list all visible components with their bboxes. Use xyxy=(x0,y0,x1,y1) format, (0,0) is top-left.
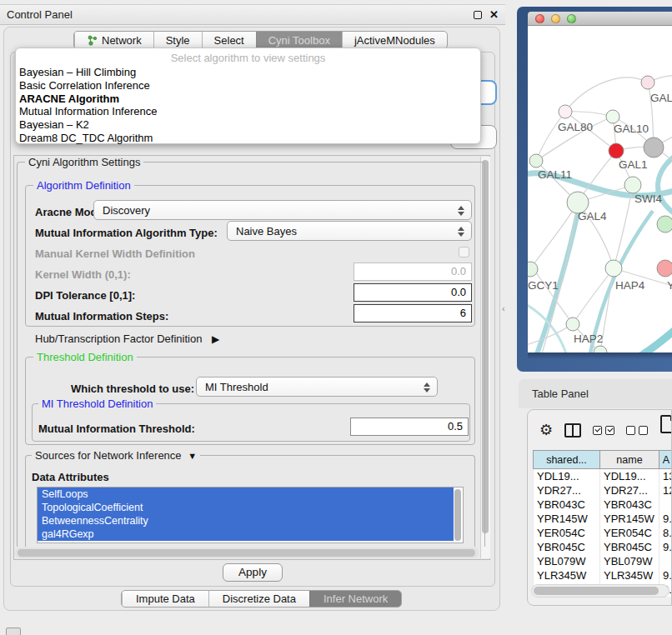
column-header[interactable]: A xyxy=(659,451,672,469)
columns-icon[interactable] xyxy=(564,423,581,438)
hub-definition-disclosure[interactable]: Hub/Transcription Factor Definition ▶ xyxy=(35,332,219,345)
table-cell[interactable]: 9. xyxy=(659,540,672,554)
close-icon[interactable]: ✕ xyxy=(489,11,499,19)
table-cell[interactable]: YDL19... xyxy=(600,469,659,483)
table-cell[interactable]: YBR045C xyxy=(600,540,659,554)
tab[interactable]: Cyni Toolbox xyxy=(256,32,342,48)
table-cell[interactable]: 9. xyxy=(659,512,672,526)
table-cell[interactable]: 12 xyxy=(659,483,672,498)
close-traffic-light-icon[interactable] xyxy=(535,14,544,23)
table-cell[interactable]: YER054C xyxy=(534,526,600,540)
tab[interactable]: Style xyxy=(153,32,202,48)
mi-algorithm-type-value: Naive Bayes xyxy=(236,225,297,238)
attribute-list-item[interactable]: TopologicalCoefficient xyxy=(38,501,454,514)
zoom-traffic-light-icon[interactable] xyxy=(567,14,576,23)
collapse-triangle-icon[interactable]: ▼ xyxy=(188,451,197,461)
column-header[interactable]: name xyxy=(600,451,659,469)
table-horizontal-scrollbar[interactable] xyxy=(531,584,669,598)
network-node[interactable] xyxy=(605,260,622,277)
attribute-list-item[interactable]: SelfLoops xyxy=(38,488,454,501)
table-row[interactable]: YPR145WYPR145W9. xyxy=(534,512,672,526)
table-cell[interactable]: YDR27... xyxy=(534,483,600,498)
table-cell[interactable]: YBR043C xyxy=(600,498,659,512)
data-attributes-list[interactable]: SelfLoops TopologicalCoefficient Between… xyxy=(37,487,464,543)
tab[interactable]: Select xyxy=(202,32,256,48)
attribute-list-item[interactable]: gal4RGexp xyxy=(38,528,454,541)
dropdown-item[interactable]: Bayesian – K2 xyxy=(16,118,480,132)
table-cell[interactable]: YBR045C xyxy=(534,540,600,554)
table-horizontal-scrollbar-thumb[interactable] xyxy=(534,587,659,595)
column-header[interactable]: shared... xyxy=(534,451,600,469)
tab[interactable]: Network xyxy=(74,32,153,48)
tab[interactable]: jActiveMNodules xyxy=(342,32,447,48)
table-row[interactable]: YBR043CYBR043C xyxy=(534,498,672,512)
table-cell[interactable]: YLR345W xyxy=(600,568,659,582)
table-cell[interactable]: YBL079W xyxy=(534,554,600,568)
network-node[interactable] xyxy=(657,260,672,277)
manual-kernel-width-checkbox[interactable] xyxy=(459,247,469,258)
table-cell[interactable]: YBL079W xyxy=(600,554,659,568)
expand-triangle-icon[interactable]: ▶ xyxy=(212,333,219,345)
show-all-columns-button[interactable] xyxy=(593,426,614,435)
network-node[interactable] xyxy=(529,154,543,168)
network-node[interactable] xyxy=(594,346,607,352)
dropdown-item[interactable]: Mutual Information Inference xyxy=(16,105,480,118)
settings-horizontal-scrollbar-thumb[interactable] xyxy=(18,549,475,557)
mode-tab[interactable]: Infer Network xyxy=(309,591,401,607)
mi-steps-field[interactable]: 6 xyxy=(354,304,472,322)
network-node[interactable] xyxy=(644,138,664,158)
attributes-list-scrollbar-thumb[interactable] xyxy=(454,489,461,541)
table-cell[interactable]: YLR345W xyxy=(534,568,600,582)
table-row[interactable]: YBL079WYBL079W xyxy=(534,554,672,568)
network-node[interactable] xyxy=(566,318,579,331)
which-threshold-select[interactable]: MI Threshold xyxy=(196,377,438,397)
table-row[interactable]: YLR345WYLR345W9. xyxy=(534,568,672,582)
table-cell[interactable] xyxy=(659,554,672,568)
network-node[interactable] xyxy=(657,216,672,232)
table-cell[interactable]: 8. xyxy=(659,526,672,540)
mi-threshold-label: Mutual Information Threshold: xyxy=(38,422,195,435)
dropdown-item[interactable]: Basic Correlation Inference xyxy=(16,79,480,92)
mi-algorithm-type-select[interactable]: Naive Bayes xyxy=(227,221,472,241)
table-cell[interactable]: YDL19... xyxy=(534,469,600,483)
network-window-titlebar[interactable] xyxy=(528,12,672,26)
table-cell[interactable]: YPR145W xyxy=(534,512,600,526)
mode-tab[interactable]: Impute Data xyxy=(122,591,208,607)
dropdown-item[interactable]: Bayesian – Hill Climbing xyxy=(16,66,480,79)
dpi-tolerance-field[interactable]: 0.0 xyxy=(354,283,472,302)
file-icon[interactable] xyxy=(660,415,672,433)
mi-threshold-field[interactable]: 0.5 xyxy=(350,418,469,436)
table-cell[interactable]: YPR145W xyxy=(600,512,659,526)
network-canvas[interactable]: GALGAL80GAL10GAL1GAL11SWI4GAL4GCY1HAP4YH… xyxy=(528,26,672,352)
dropdown-item[interactable]: ARACNE Algorithm xyxy=(16,92,480,106)
table-row[interactable]: YDL19...YDL19...13 xyxy=(534,469,672,483)
table-cell[interactable]: 9. xyxy=(659,568,672,582)
kernel-width-field[interactable]: 0.0 xyxy=(354,262,472,281)
table-cell[interactable]: YDR27... xyxy=(600,483,659,498)
gear-icon[interactable]: ⚙ xyxy=(539,422,553,438)
network-node[interactable] xyxy=(528,262,538,277)
table-row[interactable]: YDR27...YDR27...12 xyxy=(534,483,672,498)
table-cell[interactable]: YER054C xyxy=(600,526,659,540)
network-node[interactable] xyxy=(624,177,641,193)
table-cell[interactable]: YBR043C xyxy=(534,498,600,512)
network-node[interactable] xyxy=(559,105,572,118)
mi-threshold-definition-title: MI Threshold Definition xyxy=(38,398,156,410)
attribute-list-item[interactable]: BetweennessCentrality xyxy=(38,514,454,528)
mode-tab[interactable]: Discretize Data xyxy=(208,591,309,607)
table-row[interactable]: YBR045CYBR045C9. xyxy=(534,540,672,554)
network-node[interactable] xyxy=(609,143,624,158)
dropdown-item[interactable]: Dream8 DC_TDC Algorithm xyxy=(16,132,480,145)
network-node[interactable] xyxy=(641,76,654,89)
table-cell[interactable]: 13 xyxy=(659,469,672,483)
float-window-icon[interactable] xyxy=(474,11,482,19)
aracne-mode-select[interactable]: Discovery xyxy=(93,200,472,220)
minimize-traffic-light-icon[interactable] xyxy=(551,14,560,23)
bottom-left-button[interactable] xyxy=(6,628,21,635)
split-pane-divider-icon[interactable]: ‹ xyxy=(502,303,510,315)
network-node[interactable] xyxy=(606,110,619,123)
apply-button[interactable]: Apply xyxy=(223,563,283,582)
table-row[interactable]: YER054CYER054C8. xyxy=(534,526,672,540)
table-cell[interactable] xyxy=(659,498,672,512)
hide-all-columns-button[interactable] xyxy=(626,426,648,435)
